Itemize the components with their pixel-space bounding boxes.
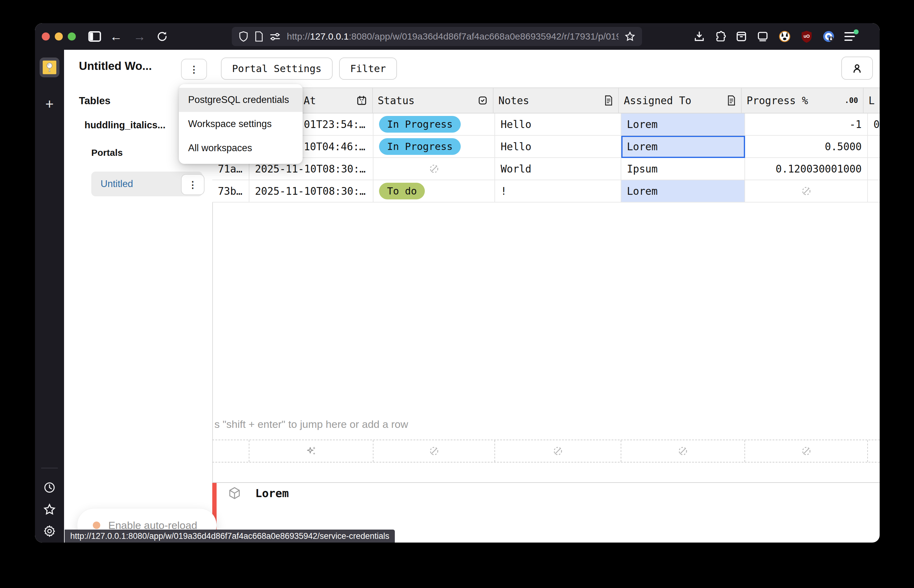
- shield-icon[interactable]: [238, 31, 248, 42]
- container-box-icon[interactable]: [736, 31, 747, 42]
- cell-assigned[interactable]: Lorem: [621, 180, 745, 202]
- null-value-icon: [552, 445, 564, 457]
- new-cell-assigned[interactable]: [621, 440, 745, 462]
- browser-window: ← → http://127.0.0.1:8080/app/w/019a36d4…: [35, 23, 880, 543]
- cell-last[interactable]: [868, 180, 880, 202]
- close-window-button[interactable]: [42, 32, 50, 40]
- new-cell-at[interactable]: [250, 440, 373, 462]
- cell-progress[interactable]: -1: [745, 113, 868, 136]
- cell-last[interactable]: 0: [868, 113, 880, 136]
- cell-last[interactable]: [868, 136, 880, 158]
- update-dot: [854, 29, 859, 34]
- sidebar-item-table[interactable]: huddling_italics...: [84, 120, 165, 131]
- cell-notes[interactable]: Hello: [495, 136, 621, 158]
- minimize-window-button[interactable]: [55, 32, 63, 40]
- cell-status[interactable]: In Progress: [373, 136, 495, 158]
- null-value-icon: [801, 185, 812, 197]
- extensions-puzzle-icon[interactable]: [715, 31, 726, 42]
- portal-menu-button[interactable]: ⋮: [181, 174, 204, 195]
- null-value-icon: [428, 163, 440, 174]
- privacy-badger-icon[interactable]: [778, 30, 791, 43]
- favorites-star-icon[interactable]: [35, 503, 64, 516]
- header-status[interactable]: Status: [373, 88, 494, 113]
- header-last[interactable]: L: [864, 88, 880, 113]
- new-cell-id[interactable]: [212, 440, 250, 462]
- cell-status[interactable]: To do: [373, 180, 495, 202]
- cell-notes[interactable]: World: [495, 158, 621, 180]
- svg-text:1: 1: [360, 100, 363, 105]
- table-row: 71a… 2025-11-10T08:30:… World Ipsum 0.12…: [212, 158, 880, 180]
- password-manager-icon[interactable]: [822, 30, 835, 43]
- table-row: 10T04:46:… In Progress Hello Lorem 0.500…: [212, 136, 880, 158]
- footer-record[interactable]: Lorem: [227, 486, 288, 500]
- cell-progress[interactable]: 0.120030001000: [745, 158, 868, 180]
- footer-divider: [212, 482, 880, 483]
- tables-heading: Tables: [79, 95, 110, 107]
- new-cell-status[interactable]: [373, 440, 495, 462]
- cell-id[interactable]: 73b…: [212, 180, 250, 202]
- reload-button[interactable]: [156, 23, 168, 50]
- workspace-title: Untitled Wo...: [79, 60, 152, 73]
- svg-text:uO: uO: [804, 34, 810, 39]
- person-icon: [851, 63, 863, 74]
- sidebar-toggle-icon[interactable]: [88, 23, 101, 50]
- portal-item-label[interactable]: Untitled: [100, 178, 133, 189]
- page-info-icon[interactable]: [254, 31, 263, 42]
- menu-item-all-workspaces[interactable]: All workspaces: [179, 136, 303, 160]
- header-assigned-to[interactable]: Assigned To: [619, 88, 742, 113]
- null-value-icon: [801, 445, 812, 457]
- decimal-format-icon: .00: [845, 96, 858, 105]
- filter-button[interactable]: Filter: [339, 58, 397, 80]
- back-button[interactable]: ←: [110, 23, 122, 50]
- cell-assigned[interactable]: Ipsum: [621, 158, 745, 180]
- cell-at[interactable]: 2025-11-10T08:30:…: [250, 180, 373, 202]
- workspace-menu-button[interactable]: ⋮: [181, 59, 207, 80]
- new-cell-progress[interactable]: [745, 440, 868, 462]
- ublock-origin-icon[interactable]: uO: [801, 30, 813, 43]
- table-header-row: At 1 Status Notes Assigned To: [212, 87, 880, 113]
- forward-button[interactable]: →: [133, 23, 146, 50]
- select-checkbox-icon: [477, 95, 488, 106]
- menu-item-postgresql-credentials[interactable]: PostgreSQL credentials: [179, 88, 303, 112]
- permissions-icon[interactable]: [269, 32, 280, 41]
- workspace-dropdown-menu: PostgreSQL credentials Workspace setting…: [179, 84, 303, 164]
- table-row: 01T23:54:… In Progress Hello Lorem -1 0: [212, 113, 880, 136]
- cell-status[interactable]: In Progress: [373, 113, 495, 136]
- header-progress[interactable]: Progress % .00: [742, 88, 864, 113]
- history-clock-icon[interactable]: [35, 481, 64, 493]
- cell-progress[interactable]: 0.5000: [745, 136, 868, 158]
- settings-gear-icon[interactable]: [35, 525, 64, 537]
- menu-item-workspace-settings[interactable]: Workspace settings: [179, 112, 303, 136]
- new-row-band[interactable]: [212, 439, 880, 462]
- cube-icon: [227, 486, 241, 500]
- maximize-window-button[interactable]: [68, 32, 76, 40]
- new-cell-notes[interactable]: [495, 440, 621, 462]
- portal-settings-button[interactable]: Portal Settings: [221, 58, 332, 80]
- table-row: 73b… 2025-11-10T08:30:… To do ! Lorem: [212, 180, 880, 202]
- add-workspace-button[interactable]: +: [35, 95, 64, 112]
- calendar-icon: 1: [356, 95, 367, 106]
- device-screen-icon[interactable]: [757, 31, 769, 42]
- text-document-icon: [604, 95, 613, 106]
- footer-record-label: Lorem: [255, 487, 288, 499]
- toast-status-dot: [93, 522, 100, 529]
- null-value-icon: [428, 445, 440, 457]
- cell-notes[interactable]: !: [495, 180, 621, 202]
- header-notes[interactable]: Notes: [494, 88, 619, 113]
- cell-status[interactable]: [373, 158, 495, 180]
- cell-progress[interactable]: [745, 180, 868, 202]
- cell-assigned[interactable]: Lorem: [621, 113, 745, 136]
- user-account-button[interactable]: [841, 57, 873, 80]
- app-menu-icon[interactable]: [844, 32, 856, 41]
- new-cell-last[interactable]: [868, 440, 880, 462]
- cell-last[interactable]: [868, 158, 880, 180]
- workspace-app-icon[interactable]: [40, 58, 59, 77]
- pushpin-icon: [43, 61, 56, 74]
- cell-assigned-selected[interactable]: Lorem: [621, 136, 745, 158]
- null-value-icon: [677, 445, 689, 457]
- bookmark-star-icon[interactable]: [625, 31, 635, 42]
- downloads-icon[interactable]: [694, 31, 705, 42]
- url-bar[interactable]: http://127.0.0.1:8080/app/w/019a36d4d86f…: [232, 27, 642, 46]
- url-text[interactable]: http://127.0.0.1:8080/app/w/019a36d4d86f…: [287, 31, 619, 42]
- cell-notes[interactable]: Hello: [495, 113, 621, 136]
